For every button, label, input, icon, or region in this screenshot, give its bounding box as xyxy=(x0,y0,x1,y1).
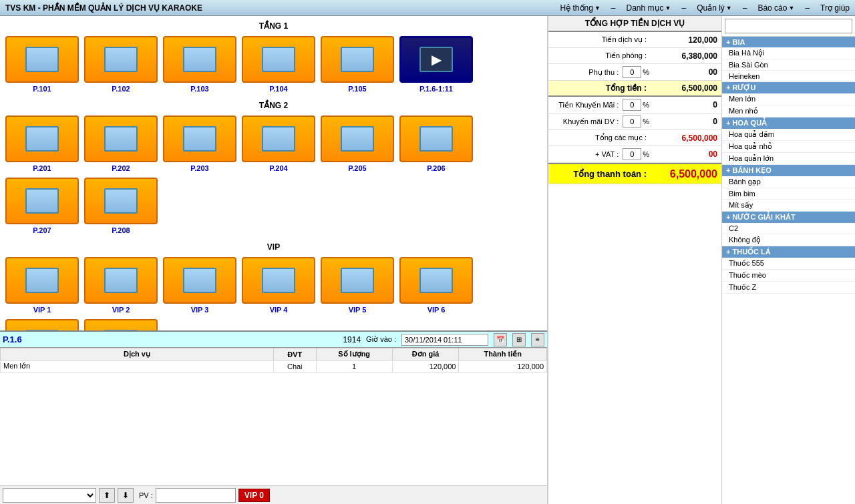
product-khong-do[interactable]: Không độ xyxy=(722,234,855,246)
room-P208[interactable]: P.208 xyxy=(84,178,158,234)
room-VIP1-icon[interactable] xyxy=(5,257,79,304)
room-P206[interactable]: P.206 xyxy=(399,115,473,172)
room-P103-label: P.103 xyxy=(190,85,208,93)
room-P206-label: P.206 xyxy=(427,164,445,172)
product-thuoc-555[interactable]: Thuốc 555 xyxy=(722,258,855,270)
room-VIP8-icon[interactable] xyxy=(84,319,158,330)
room-P203-icon[interactable] xyxy=(163,115,236,162)
room-P205-icon[interactable] xyxy=(321,115,394,162)
menu-separator-3: – xyxy=(743,3,747,13)
floor-2: TẦNG 2 P.201 P.202 P.203 xyxy=(5,101,542,234)
product-bia-hanoi[interactable]: Bia Hà Nội xyxy=(722,47,855,59)
room-VIP3[interactable]: VIP 3 xyxy=(163,257,236,314)
export-button[interactable]: ⬇ xyxy=(118,488,134,503)
product-thuoc-meo[interactable]: Thuốc mèo xyxy=(722,270,855,282)
khuyen-mai-dv-label: Khuyến mãi DV : xyxy=(552,117,623,126)
grid-view-button[interactable]: ⊞ xyxy=(512,333,526,346)
room-VIP4-icon[interactable] xyxy=(242,257,315,304)
room-P105-icon[interactable] xyxy=(321,36,394,83)
khuyen-mai-dv-pct-input[interactable] xyxy=(623,115,641,128)
room-VIP8[interactable]: VIP 8 xyxy=(84,319,158,330)
import-button[interactable]: ⬆ xyxy=(99,488,115,503)
room-P106[interactable]: ▶ P.1.6-1:11 xyxy=(399,36,473,93)
product-banh-gap[interactable]: Bánh gạp xyxy=(722,176,855,188)
room-P104[interactable]: P.104 xyxy=(242,36,315,93)
room-P103-screen xyxy=(183,47,216,72)
product-bim-bim[interactable]: Bim bim xyxy=(722,188,855,200)
vat-pct-input[interactable] xyxy=(623,148,641,160)
room-P105[interactable]: P.105 xyxy=(321,36,394,93)
menu-quan-ly[interactable]: Quản lý ▼ xyxy=(697,3,732,13)
menu-danh-muc[interactable]: Danh mục ▼ xyxy=(627,3,671,13)
table-row[interactable]: Men lớn Chai 1 120,000 120,000 xyxy=(1,360,547,372)
room-P201[interactable]: P.201 xyxy=(5,115,79,172)
room-VIP2-icon[interactable] xyxy=(84,257,158,304)
vip-button[interactable]: VIP 0 xyxy=(238,489,270,502)
menu-bao-cao[interactable]: Báo cáo ▼ xyxy=(757,3,794,13)
product-thuoc-z[interactable]: Thuốc Z xyxy=(722,282,855,294)
room-VIP2[interactable]: VIP 2 xyxy=(84,257,158,314)
room-P201-icon[interactable] xyxy=(5,115,79,162)
room-VIP7-icon[interactable] xyxy=(5,319,79,330)
category-hoa-qua[interactable]: + HOA QUẢ xyxy=(722,117,855,129)
menu-he-thong[interactable]: Hệ thống ▼ xyxy=(560,3,601,13)
room-P206-icon[interactable] xyxy=(399,115,473,162)
room-P207[interactable]: P.207 xyxy=(5,178,79,234)
detail-view-button[interactable]: ≡ xyxy=(531,333,544,346)
room-P203[interactable]: P.203 xyxy=(163,115,236,172)
room-P103-icon[interactable] xyxy=(163,36,236,83)
room-VIP4[interactable]: VIP 4 xyxy=(242,257,315,314)
room-VIP6-icon[interactable] xyxy=(399,257,473,304)
category-nuoc[interactable]: + NƯỚC GIẢI KHÁT xyxy=(722,212,855,223)
product-men-nho[interactable]: Men nhỏ xyxy=(722,105,855,117)
room-VIP1[interactable]: VIP 1 xyxy=(5,257,79,314)
product-mit-say[interactable]: Mít sấy xyxy=(722,200,855,212)
room-P204[interactable]: P.204 xyxy=(242,115,315,172)
khuyen-mai-value: 0 xyxy=(651,100,717,109)
room-P103[interactable]: P.103 xyxy=(163,36,236,93)
service-qty: 1 xyxy=(316,360,392,372)
category-banh-keo[interactable]: + BÁNH KẸO xyxy=(722,165,855,176)
tong-tien-label: Tổng tiền : xyxy=(552,83,651,93)
category-thuoc-la[interactable]: + THUỐC LÁ xyxy=(722,246,855,258)
menu-tro-giup[interactable]: Trợ giúp xyxy=(820,3,850,13)
pv-input[interactable] xyxy=(156,488,236,503)
category-bia[interactable]: + BIA xyxy=(722,37,855,47)
room-P202[interactable]: P.202 xyxy=(84,115,158,172)
room-VIP4-label: VIP 4 xyxy=(270,306,288,314)
phu-thu-pct-input[interactable] xyxy=(623,66,641,78)
room-P101-icon[interactable] xyxy=(5,36,79,83)
room-VIP5-icon[interactable] xyxy=(321,257,394,304)
product-c2[interactable]: C2 xyxy=(722,223,855,234)
product-bia-saigon[interactable]: Bia Sài Gòn xyxy=(722,59,855,71)
room-P106-icon[interactable]: ▶ xyxy=(399,36,473,83)
room-VIP7[interactable]: VIP 7 xyxy=(5,319,79,330)
room-VIP5[interactable]: VIP 5 xyxy=(321,257,394,314)
room-P204-icon[interactable] xyxy=(242,115,315,162)
category-ruou[interactable]: + RƯỢU xyxy=(722,82,855,93)
product-heineken[interactable]: Heineken xyxy=(722,71,855,82)
khuyen-mai-pct-input[interactable] xyxy=(623,99,641,111)
room-P207-icon[interactable] xyxy=(5,178,79,224)
time-input[interactable] xyxy=(401,334,488,346)
room-P102[interactable]: P.102 xyxy=(84,36,158,93)
room-P202-icon[interactable] xyxy=(84,115,158,162)
product-men-lon[interactable]: Men lớn xyxy=(722,93,855,105)
room-P102-icon[interactable] xyxy=(84,36,158,83)
room-P104-icon[interactable] xyxy=(242,36,315,83)
room-P208-icon[interactable] xyxy=(84,178,158,224)
room-P101[interactable]: P.101 xyxy=(5,36,79,93)
product-hoa-qua-nho[interactable]: Hoa quả nhỏ xyxy=(722,141,855,153)
floor-1: TẦNG 1 P.101 P.102 xyxy=(5,21,542,93)
calendar-button[interactable]: 📅 xyxy=(494,333,507,346)
room-scroll[interactable]: TẦNG 1 P.101 P.102 xyxy=(0,16,547,330)
header: TVS KM - PHẦN MỀM QUẢN LÝ DỊCH VỤ KARAOK… xyxy=(0,0,855,16)
search-input[interactable] xyxy=(725,19,852,33)
room-VIP6[interactable]: VIP 6 xyxy=(399,257,473,314)
product-hoa-quan-lon[interactable]: Hoa quản lớn xyxy=(722,153,855,165)
floor-1-grid: P.101 P.102 P.103 xyxy=(5,36,542,93)
product-hoa-qua-dam[interactable]: Hoa quả dầm xyxy=(722,129,855,141)
room-P205[interactable]: P.205 xyxy=(321,115,394,172)
room-VIP3-icon[interactable] xyxy=(163,257,236,304)
service-select[interactable] xyxy=(3,488,96,503)
